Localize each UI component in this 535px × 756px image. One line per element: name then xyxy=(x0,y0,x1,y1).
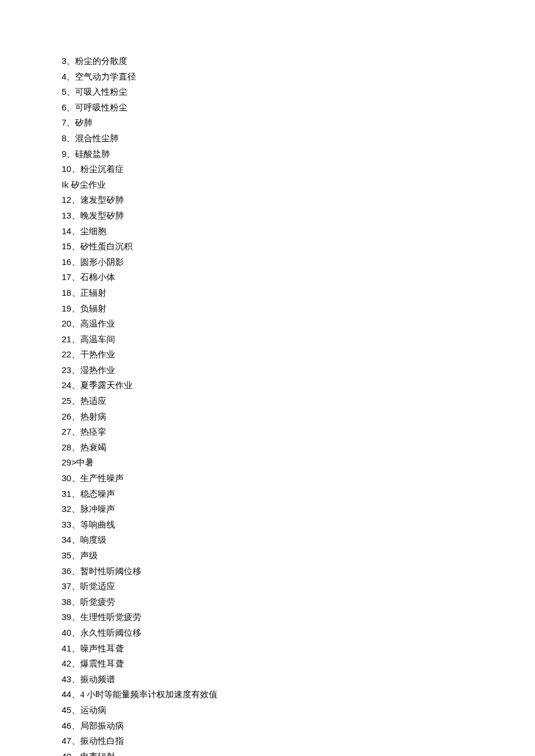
list-item: 14、尘细胞 xyxy=(62,224,217,239)
item-number: 31、 xyxy=(62,489,80,499)
list-item: 4、空气动力学直径 xyxy=(62,69,217,85)
item-text: 等响曲线 xyxy=(80,520,115,529)
item-text: 电离辐射 xyxy=(80,752,115,756)
list-item: 13、晚发型矽肺 xyxy=(62,208,217,224)
list-item: 24、夏季露天作业 xyxy=(62,378,217,393)
item-number: 28、 xyxy=(62,442,80,452)
item-text: 混合性尘肺 xyxy=(75,134,119,143)
item-number: 25、 xyxy=(62,396,80,406)
item-number: 23、 xyxy=(62,365,80,375)
item-number: 14、 xyxy=(62,226,80,236)
list-item: 32、脉冲噪声 xyxy=(62,501,217,517)
item-text: 尘细胞 xyxy=(80,227,106,236)
list-item: 3、粉尘的分散度 xyxy=(62,53,217,69)
list-item: 22、干热作业 xyxy=(62,347,217,363)
list-item: 10、粉尘沉着症 xyxy=(62,162,217,177)
item-number: 38、 xyxy=(62,597,80,607)
item-number: 3、 xyxy=(62,56,75,66)
item-number: 32、 xyxy=(62,504,80,514)
item-text: 石棉小体 xyxy=(80,273,115,282)
item-number: 41、 xyxy=(62,643,80,653)
item-text: 矽尘作业 xyxy=(71,180,106,189)
item-number: 44、 xyxy=(62,689,80,699)
item-number: 37、 xyxy=(62,581,80,591)
item-number: 45、 xyxy=(62,705,80,715)
item-number: 27、 xyxy=(62,427,80,436)
list-item: 44、4 小时等能量频率计权加速度有效值 xyxy=(62,687,217,703)
item-number: 40、 xyxy=(62,628,80,637)
list-item: 37、听觉适应 xyxy=(62,579,217,594)
item-number: 35、 xyxy=(62,550,80,560)
item-text: 正辐射 xyxy=(80,288,106,298)
list-item: 19、负辐射 xyxy=(62,301,217,317)
list-item: 28、热衰竭 xyxy=(62,440,217,456)
item-number: 21、 xyxy=(62,334,80,344)
item-text: 噪声性耳聋 xyxy=(80,644,124,653)
item-text: 振动频谱 xyxy=(80,675,115,684)
list-item: 46、局部振动病 xyxy=(62,718,217,734)
item-number: 29> xyxy=(62,457,76,467)
list-item: 31、稳态噪声 xyxy=(62,486,217,502)
item-number: 43、 xyxy=(62,674,80,684)
list-item: 7、矽肺 xyxy=(62,115,217,131)
item-number: 33、 xyxy=(62,519,80,529)
item-text: 听觉疲劳 xyxy=(80,597,115,607)
list-item: 21、高温车间 xyxy=(62,332,217,347)
item-number: 13、 xyxy=(62,210,80,220)
list-item: 36、暂时性听阈位移 xyxy=(62,564,217,579)
list-item: 5、可吸入性粉尘 xyxy=(62,84,217,100)
item-text: 粉尘的分散度 xyxy=(75,56,127,66)
list-item: 26、热射病 xyxy=(62,409,217,425)
list-item: 25、热适应 xyxy=(62,393,217,409)
item-text: 振动性白指 xyxy=(80,736,124,746)
item-number: 48、 xyxy=(62,751,80,756)
item-text: 脉冲噪声 xyxy=(80,504,115,514)
item-text: 中暑 xyxy=(76,458,94,467)
item-number: 7、 xyxy=(62,117,75,127)
item-text: 热痉挛 xyxy=(80,427,106,436)
list-item: 15、矽性蛋白沉积 xyxy=(62,239,217,255)
item-number: 10、 xyxy=(62,164,80,174)
item-text: 热衰竭 xyxy=(80,443,106,452)
item-number: 46、 xyxy=(62,721,80,730)
item-text: 负辐射 xyxy=(80,304,106,313)
item-number: 34、 xyxy=(62,535,80,544)
item-text: 局部振动病 xyxy=(80,721,124,730)
item-text: 粉尘沉着症 xyxy=(80,164,124,174)
item-number: 8、 xyxy=(62,133,75,143)
item-number: 42、 xyxy=(62,658,80,668)
item-text: 空气动力学直径 xyxy=(75,72,136,81)
list-item: 20、高温作业 xyxy=(62,316,217,332)
list-item: Ik 矽尘作业 xyxy=(62,177,217,193)
item-number: 39、 xyxy=(62,612,80,622)
list-item: 30、生产性噪声 xyxy=(62,471,217,486)
item-number: 17、 xyxy=(62,272,80,282)
item-text: 声级 xyxy=(80,551,98,560)
item-number: 12、 xyxy=(62,195,80,205)
item-text: 硅酸盐肺 xyxy=(75,149,110,159)
item-number: 18、 xyxy=(62,288,80,298)
list-item: 38、听觉疲劳 xyxy=(62,594,217,610)
list-item: 45、运动病 xyxy=(62,703,217,718)
item-text: 运动病 xyxy=(80,705,106,715)
item-number: 20、 xyxy=(62,318,80,328)
item-text: 夏季露天作业 xyxy=(80,381,133,390)
item-text: 暂时性听阈位移 xyxy=(80,567,141,576)
list-item: 47、振动性白指 xyxy=(62,733,217,749)
item-text: 干热作业 xyxy=(80,350,115,359)
document-list: 3、粉尘的分散度4、空气动力学直径5、可吸入性粉尘6、可呼吸性粉尘7、矽肺8、混… xyxy=(62,53,217,756)
item-text: 湿热作业 xyxy=(80,366,115,375)
item-text: 晚发型矽肺 xyxy=(80,211,124,220)
list-item: 18、正辐射 xyxy=(62,285,217,301)
item-number: Ik xyxy=(62,180,71,189)
list-item: 42、爆震性耳聋 xyxy=(62,656,217,672)
list-item: 6、可呼吸性粉尘 xyxy=(62,100,217,116)
list-item: 41、噪声性耳聋 xyxy=(62,641,217,657)
list-item: 16、圆形小阴影 xyxy=(62,255,217,270)
item-text: 圆形小阴影 xyxy=(80,257,124,267)
item-number: 36、 xyxy=(62,566,80,576)
item-number: 4、 xyxy=(62,71,75,81)
item-text: 高温作业 xyxy=(80,319,115,328)
list-item: 8、混合性尘肺 xyxy=(62,131,217,146)
item-text: 生产性噪声 xyxy=(80,474,124,483)
